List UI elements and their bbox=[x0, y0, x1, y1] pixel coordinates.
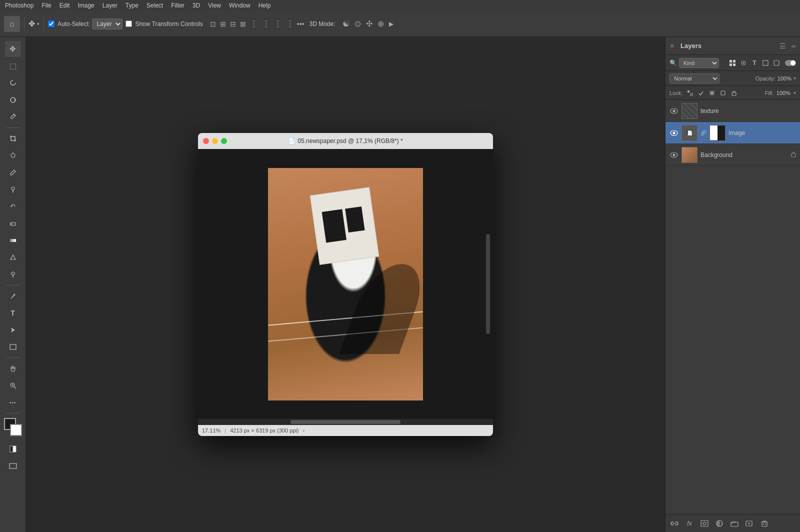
type-tool[interactable]: T bbox=[5, 305, 21, 321]
menu-view[interactable]: View bbox=[208, 2, 221, 9]
layer-item-image[interactable]: 📄 🔗 Image bbox=[666, 122, 800, 144]
more-tools[interactable]: ••• bbox=[5, 394, 21, 410]
maximize-window-btn[interactable] bbox=[221, 138, 227, 144]
filter-shape-icon[interactable] bbox=[761, 58, 770, 68]
panel-collapse-btn[interactable]: ≪ bbox=[791, 43, 796, 48]
menu-select[interactable]: Select bbox=[146, 2, 163, 9]
menu-3d[interactable]: 3D bbox=[192, 2, 200, 9]
filter-toggle[interactable] bbox=[785, 60, 796, 66]
blur-tool[interactable] bbox=[5, 250, 21, 266]
pen-tool[interactable] bbox=[5, 288, 21, 304]
menu-photoshop[interactable]: Photoshop bbox=[5, 2, 34, 9]
canvas-area[interactable]: 📄 05.newspaper.psd @ 17,1% (RGB/8*) * bbox=[26, 37, 665, 532]
add-mask-btn[interactable] bbox=[700, 518, 710, 528]
scale-3d-icon[interactable]: ▶ bbox=[389, 20, 394, 28]
menu-image[interactable]: Image bbox=[78, 2, 94, 9]
layer-item-texture[interactable]: texture bbox=[666, 100, 800, 122]
filter-smart-icon[interactable] bbox=[772, 58, 781, 68]
align-bottom-icon[interactable]: ⋮ bbox=[262, 19, 270, 28]
minimize-window-btn[interactable] bbox=[212, 138, 218, 144]
layer-fx-btn[interactable]: fx bbox=[684, 518, 694, 528]
move-tool-btn[interactable]: ✥ bbox=[5, 41, 21, 57]
layer-visibility-texture[interactable] bbox=[670, 106, 678, 116]
background-color[interactable] bbox=[10, 424, 22, 436]
fill-arrow[interactable]: ▾ bbox=[794, 90, 796, 96]
filter-type-icon[interactable]: T bbox=[750, 58, 759, 68]
mask-mode-btn[interactable] bbox=[5, 441, 21, 457]
filter-adjust-icon[interactable] bbox=[739, 58, 748, 68]
panel-menu-btn[interactable]: ☰ bbox=[780, 42, 786, 50]
history-brush-tool[interactable] bbox=[5, 198, 21, 214]
crop-tool[interactable] bbox=[5, 130, 21, 146]
gradient-tool[interactable] bbox=[5, 232, 21, 248]
pan-3d-icon[interactable]: ✣ bbox=[366, 19, 372, 28]
lock-artboard-btn[interactable] bbox=[718, 88, 728, 98]
menu-window[interactable]: Window bbox=[229, 2, 250, 9]
filter-kind-select[interactable]: Kind bbox=[679, 58, 719, 68]
spot-heal-tool[interactable] bbox=[5, 148, 21, 164]
move-dropdown[interactable]: ▾ bbox=[37, 22, 40, 26]
move-tool[interactable]: ✥ ▾ bbox=[28, 19, 40, 28]
link-layers-btn[interactable] bbox=[670, 518, 680, 528]
transform-checkbox[interactable] bbox=[126, 20, 132, 27]
panel-title: Layers bbox=[680, 42, 702, 50]
clone-stamp-tool[interactable] bbox=[5, 182, 21, 198]
align-left-icon[interactable]: ⊡ bbox=[210, 20, 216, 28]
auto-select-dropdown[interactable]: Layer bbox=[92, 18, 122, 30]
align-middle-icon[interactable]: ⋮ bbox=[250, 19, 258, 28]
fill-value[interactable]: 100% bbox=[776, 90, 790, 96]
layer-visibility-background[interactable] bbox=[670, 150, 678, 160]
slide-3d-icon[interactable]: ⊕ bbox=[378, 19, 384, 28]
rotate-3d-icon[interactable]: ☯ bbox=[342, 19, 350, 28]
auto-select-checkbox[interactable] bbox=[48, 20, 54, 27]
roll-3d-icon[interactable]: ⊙ bbox=[354, 19, 361, 28]
distribute-v-icon[interactable]: ⋮ bbox=[286, 19, 294, 28]
menu-file[interactable]: File bbox=[42, 2, 51, 9]
home-button[interactable]: ⌂ bbox=[4, 16, 20, 32]
menu-layer[interactable]: Layer bbox=[102, 2, 118, 9]
adjustment-layer-btn[interactable] bbox=[714, 518, 724, 528]
menu-filter[interactable]: Filter bbox=[171, 2, 184, 9]
canvas-scrollbar-vertical[interactable] bbox=[486, 234, 490, 334]
lock-transparent-btn[interactable] bbox=[686, 88, 694, 98]
rectangle-select-tool[interactable]: ⬚ bbox=[5, 58, 21, 74]
menu-type[interactable]: Type bbox=[126, 2, 138, 9]
screen-mode-btn[interactable] bbox=[5, 458, 21, 474]
lasso-tool[interactable] bbox=[5, 75, 21, 91]
canvas-scrollbar-horizontal[interactable] bbox=[290, 420, 400, 424]
filter-pixel-icon[interactable] bbox=[728, 58, 737, 68]
quick-select-tool[interactable] bbox=[5, 92, 21, 108]
blend-mode-select[interactable]: Normal bbox=[670, 74, 720, 84]
color-swatch[interactable] bbox=[4, 418, 22, 436]
lock-all-btn[interactable] bbox=[730, 88, 738, 98]
layer-visibility-image[interactable] bbox=[670, 128, 678, 138]
lock-image-btn[interactable] bbox=[696, 88, 706, 98]
shape-tool[interactable] bbox=[5, 339, 21, 355]
eraser-tool[interactable] bbox=[5, 216, 21, 232]
delete-layer-btn[interactable] bbox=[760, 518, 770, 528]
menu-help[interactable]: Help bbox=[258, 2, 271, 9]
more-options-icon[interactable]: ••• bbox=[297, 20, 304, 28]
close-window-btn[interactable] bbox=[203, 138, 209, 144]
eyedropper-tool[interactable] bbox=[5, 109, 21, 125]
document-content[interactable] bbox=[198, 149, 493, 419]
layer-item-background[interactable]: Background bbox=[666, 144, 800, 166]
panel-close-btn[interactable]: ✕ bbox=[670, 42, 674, 50]
statusbar-arrow[interactable]: › bbox=[302, 428, 304, 434]
new-layer-btn[interactable] bbox=[744, 518, 754, 528]
zoom-tool[interactable] bbox=[5, 378, 21, 394]
distribute-h-icon[interactable]: ⋮ bbox=[274, 19, 282, 28]
dodge-tool[interactable] bbox=[5, 266, 21, 282]
hand-tool[interactable] bbox=[5, 360, 21, 376]
lock-position-btn[interactable] bbox=[708, 88, 716, 98]
brush-tool[interactable] bbox=[5, 164, 21, 180]
opacity-value[interactable]: 100% bbox=[778, 76, 792, 82]
opacity-arrow[interactable]: ▾ bbox=[794, 76, 796, 81]
new-group-btn[interactable] bbox=[730, 518, 740, 528]
menu-edit[interactable]: Edit bbox=[60, 2, 70, 9]
align-center-h-icon[interactable]: ⊞ bbox=[220, 20, 226, 28]
align-right-icon[interactable]: ⊟ bbox=[230, 20, 236, 28]
svg-rect-43 bbox=[701, 520, 708, 526]
align-top-icon[interactable]: ⊠ bbox=[240, 20, 246, 28]
path-select-tool[interactable] bbox=[5, 322, 21, 338]
